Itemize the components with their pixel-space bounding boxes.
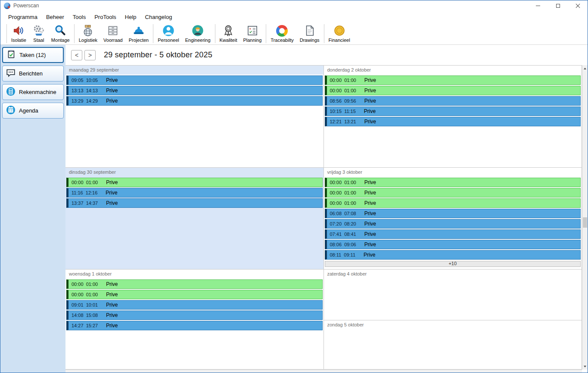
calendar-event[interactable]: 14:08 15:08Prive (66, 310, 323, 320)
toolbar-button-personeel[interactable]: Personeel (155, 23, 182, 44)
calendar-event[interactable]: 00:00 01:00Prive (66, 178, 323, 187)
toolbar-label: Staal (33, 38, 44, 43)
calendar-event[interactable]: 09:05 10:05Prive (66, 75, 323, 85)
menu-protools[interactable]: ProTools (90, 12, 121, 22)
event-title: Prive (364, 241, 376, 248)
day-cell-woensdag[interactable]: woensdag 1 oktober 00:00 01:00Prive00:00… (65, 270, 324, 370)
toolbar-button-montage[interactable]: Montage (48, 23, 73, 44)
menu-tools[interactable]: Tools (68, 12, 90, 22)
day-cell-vrijdag[interactable]: vrijdag 3 oktober 00:00 01:00Prive00:00 … (324, 168, 582, 270)
calendar-event[interactable]: 12:21 13:21Prive (325, 117, 581, 126)
calendar-event[interactable]: 08:11 09:11Prive (325, 250, 581, 260)
close-button[interactable] (568, 0, 588, 11)
messages-icon (6, 68, 16, 79)
calendar-event[interactable]: 00:00 01:00Prive (66, 279, 323, 289)
event-title: Prive (106, 323, 118, 329)
day-events: 00:00 01:00Prive00:00 01:00Prive09:01 10… (65, 279, 324, 330)
sidebar-item-agenda[interactable]: Agenda (2, 103, 64, 119)
calendar-event[interactable]: 00:00 01:00Prive (66, 290, 323, 299)
vertical-scrollbar[interactable] (582, 65, 588, 370)
calendar-event[interactable]: 00:00 01:00Prive (325, 75, 581, 85)
event-time: 00:00 01:00 (72, 282, 98, 287)
toolbar-separator (266, 24, 266, 43)
calendar-event[interactable]: 10:15 11:15Prive (325, 107, 581, 116)
maximize-button[interactable] (548, 0, 568, 11)
scrollbar-thumb[interactable] (583, 217, 587, 228)
calendar-event[interactable]: 08:56 09:56Prive (325, 96, 581, 106)
calendar-event[interactable]: 07:20 08:20Prive (325, 219, 581, 229)
toolbar-button-planning[interactable]: Planning (240, 23, 264, 44)
staal-icon (32, 24, 45, 37)
calendar-event[interactable]: 07:41 08:41Prive (325, 229, 581, 239)
calendar-event[interactable]: 13:29 14:29Prive (66, 96, 323, 106)
horizontal-scrollbar[interactable] (65, 370, 582, 373)
personeel-icon (162, 24, 175, 37)
event-title: Prive (106, 98, 118, 104)
app-icon (4, 3, 10, 9)
toolbar-button-kwaliteit[interactable]: Kwaliteit (217, 23, 240, 44)
day-events: 00:00 01:00Prive11:16 12:16Prive13:37 14… (65, 177, 324, 208)
calendar-event[interactable]: 00:00 01:00Prive (325, 198, 581, 208)
menu-beheer[interactable]: Beheer (42, 12, 68, 22)
day-cell-dinsdag[interactable]: dinsdag 30 september 00:00 01:00Prive11:… (65, 168, 324, 270)
event-title: Prive (364, 252, 375, 258)
event-title: Prive (106, 77, 118, 83)
menu-programma[interactable]: Programma (4, 12, 42, 22)
toolbar-button-financieel[interactable]: Financieel (326, 23, 353, 44)
prev-week-button[interactable]: < (71, 50, 82, 60)
window-title: Powerscan (13, 3, 39, 9)
window-controls (528, 0, 588, 11)
calendar-event[interactable]: 13:13 14:13Prive (66, 86, 323, 95)
calendar-event[interactable]: 00:00 01:00Prive (325, 178, 581, 187)
calendar-event[interactable]: 00:00 01:00Prive (325, 188, 581, 197)
event-title: Prive (106, 302, 118, 308)
calendar-grid: maandag 29 september 09:05 10:05Prive13:… (65, 65, 582, 370)
toolbar-button-staal[interactable]: Staal (29, 23, 48, 44)
montage-icon (54, 24, 67, 37)
toolbar-button-drawings[interactable]: Drawings (297, 23, 323, 44)
calendar-event[interactable]: 09:01 10:01Prive (66, 300, 323, 310)
event-time: 13:13 14:13 (72, 88, 98, 93)
menu-help[interactable]: Help (121, 12, 141, 22)
scroll-up-button[interactable] (582, 65, 588, 72)
minimize-button[interactable] (528, 0, 548, 11)
sidebar-item-berichten[interactable]: Berichten (2, 66, 64, 81)
event-title: Prive (364, 221, 376, 227)
sidebar: Taken (12) Berichten Rekenmachine Agenda (0, 45, 65, 373)
day-label: zondag 5 oktober (324, 320, 582, 329)
day-events: 09:05 10:05Prive13:13 14:13Prive13:29 14… (65, 75, 324, 106)
day-cell-maandag[interactable]: maandag 29 september 09:05 10:05Prive13:… (65, 66, 324, 168)
calendar-event[interactable]: 06:08 07:08Prive (325, 209, 581, 218)
menu-changelog[interactable]: Changelog (141, 12, 177, 22)
toolbar-button-voorraad[interactable]: Voorraad (100, 23, 126, 44)
sidebar-item-rekenmachine[interactable]: Rekenmachine (2, 84, 64, 100)
toolbar-label: Voorraad (103, 38, 123, 43)
toolbar-button-engineering[interactable]: Engineering (182, 23, 214, 44)
day-cell-zondag[interactable]: zondag 5 oktober (324, 320, 582, 370)
toolbar-button-traceability[interactable]: Traceabilty (268, 23, 296, 44)
calendar-event[interactable]: 14:27 15:27Prive (66, 321, 323, 330)
day-label: dinsdag 30 september (65, 168, 324, 177)
drawings-icon (303, 24, 316, 37)
agenda-icon (6, 105, 16, 116)
calendar-event[interactable]: 00:00 01:00Prive (325, 86, 581, 95)
calendar-event[interactable]: 13:37 14:37Prive (66, 198, 323, 208)
sidebar-item-taken[interactable]: Taken (12) (2, 47, 64, 63)
day-events: 00:00 01:00Prive00:00 01:00Prive00:00 01… (324, 177, 582, 267)
calendar-event[interactable]: 11:16 12:16Prive (66, 188, 323, 197)
event-time: 00:00 01:00 (330, 180, 356, 185)
more-events-button[interactable]: +10 (325, 261, 581, 267)
close-icon (576, 3, 580, 8)
day-events: 00:00 01:00Prive00:00 01:00Prive08:56 09… (324, 75, 582, 126)
toolbar-button-projecten[interactable]: Projecten (126, 23, 152, 44)
scroll-down-button[interactable] (582, 363, 588, 370)
arrow-up-icon (584, 68, 586, 69)
day-cell-zaterdag[interactable]: zaterdag 4 oktober (324, 270, 582, 320)
toolbar-button-logistiek[interactable]: Logistiek (76, 23, 100, 44)
day-cell-donderdag[interactable]: donderdag 2 oktober 00:00 01:00Prive00:0… (324, 66, 582, 168)
calendar-column-left: maandag 29 september 09:05 10:05Prive13:… (65, 66, 324, 370)
next-week-button[interactable]: > (84, 50, 96, 60)
calendar-event[interactable]: 08:06 09:06Prive (325, 240, 581, 249)
toolbar-button-isolatie[interactable]: Isolatie (8, 23, 29, 44)
event-time: 09:05 10:05 (72, 78, 98, 83)
